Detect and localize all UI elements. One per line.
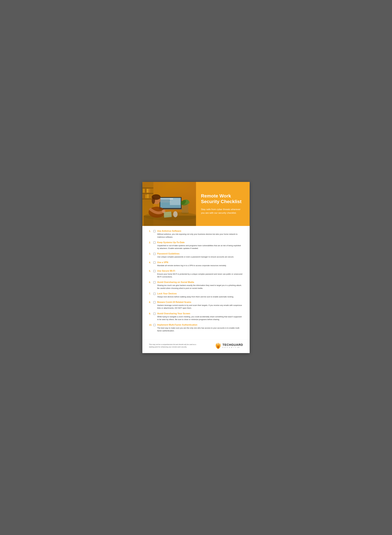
item-checkbox-3[interactable] [153,253,156,255]
svg-rect-32 [164,212,172,218]
item-description-9: While trying to navigate a zoom meeting,… [157,315,243,321]
item-description-10: The best way to make sure you are the on… [157,327,243,332]
checklist-item-1: 1. Use Antivirus Software Without antivi… [149,230,243,239]
header-image [142,182,196,226]
svg-rect-13 [144,216,196,226]
svg-rect-10 [145,195,147,198]
checklist-item-2: 2. Keep Systems Up-To-Date Unpatched or … [149,241,243,250]
footer: This may not be a comprehensive list and… [142,339,250,353]
header-title: Remote Work Security Checklist [201,193,245,204]
item-checkbox-10[interactable] [153,324,156,326]
item-description-5: Ensure your home Wi-Fi is protected by a… [157,273,243,278]
header: Remote Work Security Checklist Stay safe… [142,182,250,226]
item-checkbox-5[interactable] [153,270,156,272]
svg-rect-18 [161,200,169,201]
item-content-3: Password Guidelines Use unique complex p… [157,253,243,258]
item-description-3: Use unique complex passwords or even a p… [157,256,243,258]
item-title-3: Password Guidelines [157,253,243,255]
item-number-6: 6. [149,281,153,284]
item-content-10: Implement Multi-Factor Authentication Th… [157,324,243,332]
item-number-1: 1. [149,230,153,232]
svg-rect-8 [149,189,150,193]
item-checkbox-9[interactable] [153,313,156,315]
svg-rect-7 [147,189,149,193]
svg-point-31 [173,211,177,217]
item-content-1: Use Antivirus Software Without antivirus… [157,230,243,239]
svg-rect-3 [142,193,153,194]
item-description-4: Mandate all remote workers log in to a V… [157,264,243,267]
item-content-4: Use a VPN Mandate all remote workers log… [157,261,243,267]
svg-rect-19 [161,202,171,202]
item-number-2: 2. [149,241,153,244]
svg-rect-4 [142,198,153,200]
item-number-4: 4. [149,261,153,264]
item-content-6: Avoid Oversharing on Social Media Sharin… [157,281,243,290]
item-title-8: Beware Covid-19 Related Scams [157,301,243,303]
checklist-item-9: 9. Avoid Oversharing Your Screen While t… [149,312,243,321]
logo-sub: S E C U R I T Y® [222,347,243,348]
item-checkbox-7[interactable] [153,293,156,295]
logo-area: TECHGUARD S E C U R I T Y® [215,342,243,349]
item-content-5: Use Secure Wi-Fi Ensure your home Wi-Fi … [157,270,243,278]
checklist-item-5: 5. Use Secure Wi-Fi Ensure your home Wi-… [149,270,243,278]
item-title-2: Keep Systems Up-To-Date [157,241,243,244]
footer-disclaimer: This may not be a comprehensive list and… [149,343,201,348]
header-text-block: Remote Work Security Checklist Stay safe… [196,182,250,226]
title-line1: Remote Work [201,193,231,198]
item-description-1: Without antivirus, you risk exposing not… [157,233,243,239]
item-content-9: Avoid Oversharing Your Screen While tryi… [157,312,243,321]
item-title-5: Use Secure Wi-Fi [157,270,243,272]
item-number-9: 9. [149,312,153,315]
svg-rect-5 [143,189,145,193]
svg-rect-20 [170,198,180,205]
checklist: 1. Use Antivirus Software Without antivi… [142,226,250,338]
item-content-2: Keep Systems Up-To-Date Unpatched or out… [157,241,243,250]
svg-rect-9 [143,194,145,198]
item-description-8: Hackers leverage current events to try a… [157,304,243,310]
document: Remote Work Security Checklist Stay safe… [142,182,250,353]
item-number-5: 5. [149,270,153,272]
item-title-6: Avoid Oversharing on Social Media [157,281,243,283]
item-description-7: Always lock devices before walking away … [157,296,243,298]
item-number-8: 8. [149,301,153,304]
item-number-10: 10. [149,324,153,326]
item-title-10: Implement Multi-Factor Authentication [157,324,243,326]
svg-rect-6 [145,189,146,193]
svg-rect-11 [147,194,149,198]
item-number-3: 3. [149,253,153,255]
logo-name: TECHGUARD [222,343,243,346]
item-checkbox-1[interactable] [153,230,156,232]
item-title-1: Use Antivirus Software [157,230,243,232]
flame-icon [215,342,221,349]
title-line2: Security Checklist [201,199,242,204]
checklist-item-10: 10. Implement Multi-Factor Authenticatio… [149,324,243,332]
item-checkbox-4[interactable] [153,261,156,264]
item-description-6: Sharing too much can give hackers exactl… [157,284,243,290]
svg-point-28 [152,197,155,204]
item-checkbox-6[interactable] [153,281,156,283]
checklist-item-7: 7. Lock Your Devices Always lock devices… [149,292,243,298]
item-title-9: Avoid Oversharing Your Screen [157,312,243,315]
checklist-item-6: 6. Avoid Oversharing on Social Media Sha… [149,281,243,290]
item-description-2: Unpatched or out-of-date systems and pro… [157,244,243,250]
logo-text: TECHGUARD S E C U R I T Y® [222,343,243,348]
item-content-7: Lock Your Devices Always lock devices be… [157,292,243,298]
item-number-7: 7. [149,292,153,295]
item-checkbox-2[interactable] [153,241,156,244]
checklist-item-4: 4. Use a VPN Mandate all remote workers … [149,261,243,267]
item-title-4: Use a VPN [157,261,243,264]
header-subtitle: Stay safe from cyber threats wherever yo… [201,208,245,215]
checklist-item-8: 8. Beware Covid-19 Related Scams Hackers… [149,301,243,310]
item-content-8: Beware Covid-19 Related Scams Hackers le… [157,301,243,310]
item-checkbox-8[interactable] [153,301,156,303]
item-title-7: Lock Your Devices [157,292,243,295]
checklist-item-3: 3. Password Guidelines Use unique comple… [149,253,243,258]
svg-rect-2 [142,188,153,188]
